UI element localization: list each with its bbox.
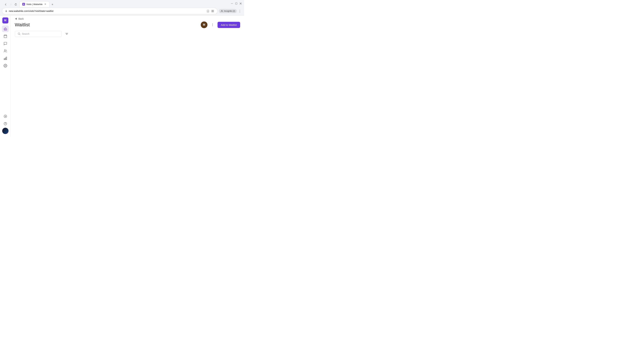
sidebar-item-settings[interactable] xyxy=(2,62,9,69)
back-nav-button[interactable] xyxy=(3,2,8,7)
svg-point-26 xyxy=(212,25,213,25)
svg-point-17 xyxy=(4,50,5,51)
empty-state xyxy=(11,39,244,137)
sidebar: M xyxy=(0,15,11,137)
app-container: M xyxy=(0,15,244,137)
people-icon xyxy=(4,49,7,53)
svg-rect-11 xyxy=(213,11,214,12)
svg-point-27 xyxy=(212,26,213,26)
extensions-button[interactable] xyxy=(211,9,215,13)
browser-right-icons: Incognito (2) ⋮ xyxy=(219,9,242,13)
svg-rect-20 xyxy=(6,57,7,60)
header-actions: M Add to Waitlist xyxy=(201,21,240,28)
svg-rect-10 xyxy=(212,11,212,12)
search-bar-container xyxy=(11,31,244,39)
reload-button[interactable] xyxy=(14,2,18,7)
sidebar-logo[interactable]: M xyxy=(2,17,8,23)
restore-button[interactable] xyxy=(235,2,238,5)
address-icons xyxy=(206,9,215,13)
back-label: Back xyxy=(18,17,24,20)
sidebar-nav xyxy=(2,25,9,113)
forward-nav-button[interactable] xyxy=(8,2,13,7)
tab-bar: W Visits | Waitwhile ✕ + xyxy=(2,1,56,7)
main-content: Back Waitlist M Add to Waitlist xyxy=(11,15,244,137)
search-box xyxy=(15,31,62,37)
browser-titlebar: W Visits | Waitwhile ✕ + xyxy=(0,0,244,7)
lightning-icon xyxy=(4,114,7,118)
tab-favicon: W xyxy=(22,3,25,5)
page-header: Waitlist M Add to Waitlist xyxy=(11,20,244,31)
add-to-waitlist-button[interactable]: Add to Waitlist xyxy=(218,22,240,28)
chat-icon xyxy=(4,42,7,45)
browser-more-button[interactable]: ⋮ xyxy=(238,9,242,13)
url-text: new.waitwhile.com/visits?visitState=wait… xyxy=(9,10,204,12)
svg-rect-19 xyxy=(5,58,6,60)
sidebar-item-help[interactable] xyxy=(2,120,9,127)
new-tab-button[interactable]: + xyxy=(50,2,55,7)
svg-text:W: W xyxy=(23,3,24,5)
svg-point-25 xyxy=(212,24,213,24)
back-arrow-icon xyxy=(15,17,18,20)
address-bar[interactable]: new.waitwhile.com/visits?visitState=wait… xyxy=(2,8,218,14)
more-options-button[interactable] xyxy=(210,22,216,28)
sidebar-item-people[interactable] xyxy=(2,48,9,54)
svg-point-6 xyxy=(6,11,6,12)
filter-icon xyxy=(65,32,68,35)
svg-rect-3 xyxy=(236,3,237,4)
browser-chrome: W Visits | Waitwhile ✕ + new.waitwhile.c… xyxy=(0,0,244,15)
settings-icon xyxy=(4,64,7,67)
active-tab[interactable]: W Visits | Waitwhile ✕ xyxy=(20,1,50,7)
home-icon xyxy=(4,27,7,31)
svg-point-21 xyxy=(5,65,6,66)
calendar-icon xyxy=(4,34,7,38)
back-navigation[interactable]: Back xyxy=(11,15,244,20)
svg-line-29 xyxy=(20,34,20,35)
analytics-icon xyxy=(4,56,7,60)
svg-rect-13 xyxy=(4,35,7,38)
user-avatar-sidebar[interactable] xyxy=(2,128,8,134)
sidebar-item-analytics[interactable] xyxy=(2,55,9,62)
user-avatar-button[interactable]: M xyxy=(201,21,208,28)
tab-close-button[interactable]: ✕ xyxy=(44,3,46,5)
page-title: Waitlist xyxy=(15,22,201,27)
help-icon xyxy=(4,122,7,125)
sidebar-bottom xyxy=(2,113,9,135)
tab-title: Visits | Waitwhile xyxy=(26,3,42,5)
sidebar-item-calendar[interactable] xyxy=(2,33,9,39)
kebab-menu-icon xyxy=(211,23,214,26)
incognito-label: Incognito (2) xyxy=(224,10,235,12)
svg-rect-8 xyxy=(212,10,212,11)
close-window-button[interactable] xyxy=(239,2,242,5)
lock-icon xyxy=(5,10,8,12)
browser-toolbar: new.waitwhile.com/visits?visitState=wait… xyxy=(0,7,244,15)
sidebar-item-lightning[interactable] xyxy=(2,113,9,120)
filter-button[interactable] xyxy=(64,31,70,37)
svg-point-28 xyxy=(18,33,20,35)
svg-rect-2 xyxy=(231,3,233,3)
search-input[interactable] xyxy=(22,32,59,35)
sidebar-item-chat[interactable] xyxy=(2,40,9,47)
svg-rect-18 xyxy=(4,59,4,60)
incognito-badge[interactable]: Incognito (2) xyxy=(219,9,237,13)
svg-rect-9 xyxy=(213,10,214,11)
svg-point-22 xyxy=(4,115,7,118)
incognito-icon xyxy=(220,10,223,12)
sidebar-item-home[interactable] xyxy=(2,25,9,32)
bookmark-button[interactable] xyxy=(206,9,210,13)
minimize-button[interactable] xyxy=(230,2,234,5)
search-icon xyxy=(18,32,21,35)
